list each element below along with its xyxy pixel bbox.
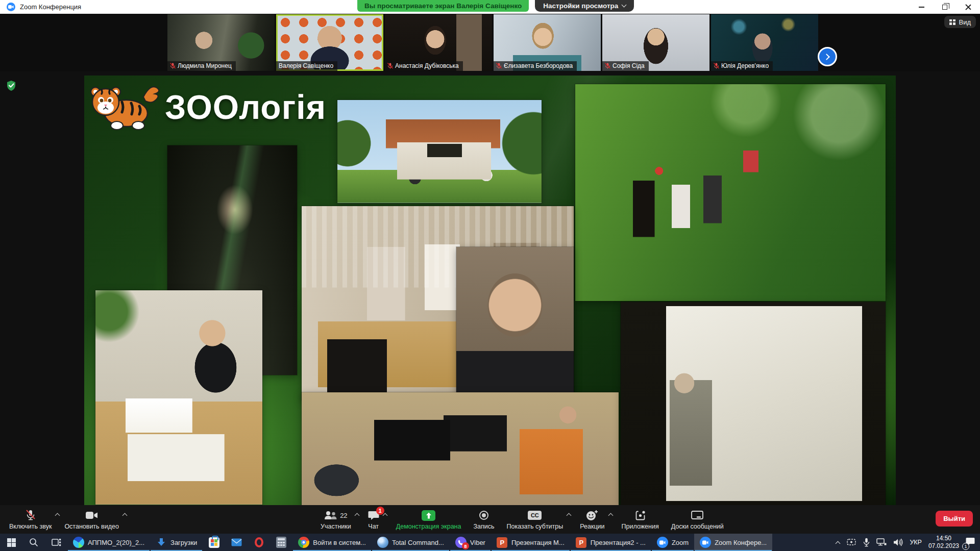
zoom-icon	[700, 537, 711, 548]
zoom-logo-icon	[7, 3, 15, 11]
taskbar-app-opera[interactable]	[248, 534, 270, 551]
participant-name-tag: Людмила Миронец	[167, 61, 236, 71]
taskbar-app-downloads[interactable]: Загрузки	[150, 534, 203, 551]
taskbar-app-zoom[interactable]: Zoom	[651, 534, 694, 551]
taskbar-app-edge[interactable]: АППМО_2(20)_2...	[67, 534, 150, 551]
captions-chevron[interactable]	[567, 513, 572, 518]
keyboard-language-indicator[interactable]: УКР	[910, 539, 922, 546]
taskbar-app-label: Войти в систем...	[313, 539, 366, 546]
leave-meeting-button[interactable]: Выйти	[936, 511, 973, 527]
taskbar-app-label: Презентация М...	[511, 539, 565, 546]
start-button[interactable]	[0, 534, 22, 551]
unmute-button[interactable]: Включить звук	[6, 507, 55, 532]
hidden-icons-chevron[interactable]	[836, 541, 841, 546]
search-button[interactable]	[22, 534, 45, 551]
taskbar-app-store[interactable]	[203, 534, 225, 551]
next-videos-button[interactable]	[818, 47, 837, 66]
taskbar-app-zoom-meeting[interactable]: Zoom Конфере...	[694, 534, 772, 551]
taskbar-app-calculator[interactable]	[270, 534, 292, 551]
mic-muted-icon	[714, 63, 719, 69]
view-button-label: Вид	[959, 18, 971, 26]
stop-video-button[interactable]: Остановить видео	[61, 507, 122, 532]
presentation-title: ЗООлогія	[165, 88, 326, 127]
taskbar-app-chrome[interactable]: Войти в систем...	[292, 534, 372, 551]
window-controls	[910, 0, 980, 14]
microphone-tray-icon[interactable]	[863, 538, 870, 547]
apps-icon	[635, 510, 646, 521]
chat-button[interactable]: 1 Чат	[365, 507, 382, 532]
apps-button[interactable]: Приложения	[619, 507, 662, 532]
chat-chevron[interactable]	[382, 513, 387, 518]
minimize-button[interactable]	[910, 0, 933, 14]
participant-name: Єлизавета Безбородова	[504, 62, 573, 69]
restore-icon	[942, 5, 947, 10]
whiteboards-button[interactable]: Доски сообщений	[668, 507, 727, 532]
clock-date: 07.02.2023	[928, 542, 959, 550]
chevron-down-icon	[622, 3, 627, 8]
chevron-right-icon	[823, 54, 830, 60]
opera-icon	[255, 537, 263, 547]
download-arrow-icon	[157, 538, 166, 547]
participant-name: Софія Сіда	[612, 62, 645, 69]
taskbar-app-label: Viber	[470, 539, 485, 546]
video-thumbnail[interactable]: Людмила Миронец	[167, 14, 275, 71]
record-icon	[479, 511, 488, 520]
reactions-button[interactable]: Реакции	[577, 507, 607, 532]
video-options-chevron[interactable]	[122, 513, 127, 518]
system-tray: УКР 14:50 07.02.2023 1	[833, 534, 980, 551]
network-tray-icon[interactable]	[876, 538, 887, 546]
taskbar-app-label: Zoom Конфере...	[715, 539, 767, 546]
windows-taskbar: АППМО_2(20)_2... Загрузки Войти в систем…	[0, 534, 980, 551]
restore-button[interactable]	[933, 0, 957, 14]
participant-name: Валерія Савіщенко	[279, 62, 333, 69]
edge-icon	[73, 537, 84, 548]
record-button[interactable]: Запись	[470, 507, 497, 532]
taskbar-app-viber[interactable]: 8 Viber	[450, 534, 491, 551]
action-center-button[interactable]: 1	[966, 537, 975, 548]
photo-light-trap-sheet	[621, 302, 886, 505]
view-button[interactable]: Вид	[944, 16, 976, 28]
task-view-button[interactable]	[45, 534, 67, 551]
task-view-icon	[52, 538, 61, 546]
participant-name-tag: Софія Сіда	[602, 61, 649, 71]
taskbar-app-powerpoint-1[interactable]: P Презентация М...	[491, 534, 570, 551]
photo-village-house-nets	[337, 100, 542, 203]
screen-capture-tray-icon[interactable]	[846, 538, 856, 546]
mic-options-chevron[interactable]	[55, 513, 60, 518]
toolbar-center: 22 Участники 1 Чат	[317, 507, 727, 532]
share-screen-icon	[422, 510, 435, 521]
taskbar-app-powerpoint-2[interactable]: P Презентация2 - ...	[570, 534, 651, 551]
video-thumbnail[interactable]: Єлизавета Безбородова	[494, 14, 601, 71]
video-thumbnail[interactable]: Анастасія Дубіковська	[385, 14, 492, 71]
taskbar-app-total-commander[interactable]: Total Command...	[372, 534, 450, 551]
reactions-smiley-icon	[586, 510, 598, 521]
unmute-label: Включить звук	[9, 523, 52, 530]
participants-button[interactable]: 22 Участники	[317, 507, 354, 532]
gallery-grid-icon	[949, 19, 955, 25]
clock[interactable]: 14:50 07.02.2023	[928, 535, 959, 550]
participant-name: Анастасія Дубіковська	[395, 62, 459, 69]
reactions-chevron[interactable]	[608, 513, 613, 518]
viber-unread-badge: 8	[462, 542, 469, 549]
stop-video-label: Остановить видео	[64, 523, 119, 530]
video-thumbnail[interactable]: Софія Сіда	[602, 14, 709, 71]
taskbar-app-mail[interactable]	[225, 534, 248, 551]
close-button[interactable]	[957, 0, 980, 14]
mic-muted-icon	[26, 510, 36, 521]
zoom-icon	[657, 537, 668, 548]
video-thumbnail[interactable]: Юлія Дерев'янко	[711, 14, 818, 71]
photo-specimen-trays	[302, 392, 619, 505]
video-thumbnails: Людмила Миронец Валерія Савіщенко Анаста…	[167, 14, 818, 71]
share-screen-button[interactable]: Демонстрация экрана	[393, 507, 464, 532]
volume-tray-icon[interactable]	[893, 538, 903, 546]
screen-share-banner: Вы просматриваете экран Валерія Савіщенк…	[357, 0, 634, 12]
shield-check-icon	[6, 80, 17, 91]
participants-icon	[324, 511, 337, 520]
mic-muted-icon	[605, 63, 610, 69]
video-thumbnail-active-speaker[interactable]: Валерія Савіщенко	[276, 14, 383, 71]
view-options-button[interactable]: Настройки просмотра	[535, 0, 634, 12]
participants-chevron[interactable]	[354, 513, 359, 518]
photo-forest-excursion	[575, 84, 886, 301]
captions-button[interactable]: CC Показать субтитры	[503, 507, 566, 532]
security-shield-button[interactable]	[6, 80, 17, 93]
